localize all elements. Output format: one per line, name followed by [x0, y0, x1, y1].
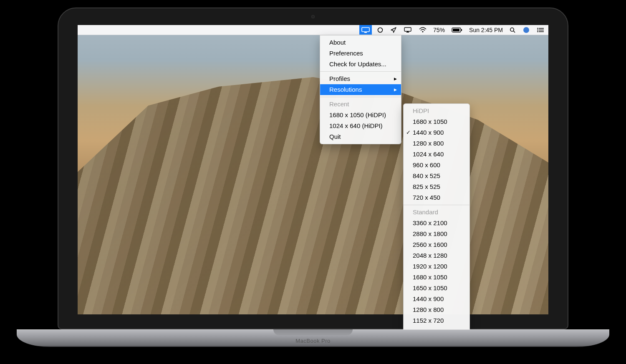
wifi-icon[interactable] [417, 25, 429, 35]
clock[interactable]: Sun 2:45 PM [468, 25, 504, 35]
desktop[interactable]: 75% Sun 2:45 PM About Preferences Check … [78, 25, 548, 314]
resolution-option[interactable]: 1280 x 800 [404, 304, 470, 315]
menu-separator [320, 97, 401, 97]
resolution-option[interactable]: 1920 x 1200 [404, 261, 470, 272]
resolution-option[interactable]: 1152 x 720 [404, 315, 470, 326]
laptop-frame: 75% Sun 2:45 PM About Preferences Check … [58, 8, 568, 329]
resolution-option[interactable]: 1280 x 800 [404, 138, 470, 149]
siri-icon[interactable] [521, 25, 532, 35]
resolution-option[interactable]: 2560 x 1600 [404, 239, 470, 250]
svg-point-15 [537, 28, 538, 29]
laptop-label: MacBook Pro [295, 338, 331, 344]
menu-preferences[interactable]: Preferences [320, 48, 401, 59]
svg-rect-7 [461, 29, 462, 31]
resolutions-submenu: HiDPI 1680 x 1050 1440 x 900 1280 x 800 … [403, 103, 470, 339]
svg-point-2 [378, 28, 383, 32]
submenu-hidpi-header: HiDPI [404, 105, 470, 116]
menu-recent-item[interactable]: 1680 x 1050 (HiDPI) [320, 110, 401, 120]
resolution-option[interactable]: 720 x 450 [404, 192, 470, 203]
svg-line-9 [514, 31, 515, 33]
svg-point-4 [422, 31, 423, 32]
menu-profiles[interactable]: Profiles [320, 73, 401, 84]
svg-rect-3 [404, 28, 411, 31]
menubar: 75% Sun 2:45 PM [78, 25, 548, 35]
resolution-option[interactable]: 840 x 525 [404, 171, 470, 181]
camera-icon [311, 15, 315, 18]
svg-point-17 [537, 31, 538, 32]
svg-point-8 [510, 28, 514, 31]
svg-point-10 [523, 27, 529, 33]
resolution-option[interactable]: 1650 x 1050 [404, 283, 470, 294]
battery-percent[interactable]: 75% [432, 25, 446, 35]
circle-status-icon[interactable] [375, 25, 385, 35]
spotlight-icon[interactable] [507, 25, 517, 35]
menu-resolutions[interactable]: Resolutions [320, 84, 401, 95]
airplay-icon[interactable] [402, 25, 414, 35]
svg-rect-6 [453, 29, 459, 31]
submenu-standard-header: Standard [404, 207, 470, 218]
menu-separator [404, 205, 470, 205]
resolution-option[interactable]: 1440 x 900 [404, 294, 470, 304]
resolution-option[interactable]: 3360 x 2100 [404, 218, 470, 228]
resolution-option[interactable]: 1680 x 1050 [404, 116, 470, 127]
resolution-option[interactable]: 825 x 525 [404, 181, 470, 192]
svg-point-16 [537, 29, 538, 30]
svg-rect-0 [362, 28, 369, 32]
resolution-option[interactable]: 1680 x 1050 [404, 272, 470, 283]
menu-quit[interactable]: Quit [320, 131, 401, 142]
menu-recent-item[interactable]: 1024 x 640 (HiDPI) [320, 120, 401, 131]
menu-check-updates[interactable]: Check for Updates... [320, 59, 401, 70]
menu-recent-header: Recent [320, 99, 401, 110]
resolution-option[interactable]: 2048 x 1280 [404, 250, 470, 261]
resolution-option[interactable]: 1024 x 640 [404, 149, 470, 160]
wallpaper-cliff [78, 77, 548, 314]
display-app-menu: About Preferences Check for Updates... P… [320, 35, 401, 144]
menu-separator [320, 71, 401, 72]
resolution-option[interactable]: 2880 x 1800 [404, 228, 470, 239]
resolution-option-selected[interactable]: 1440 x 900 [404, 127, 470, 138]
svg-rect-1 [364, 32, 367, 33]
display-menu-icon[interactable] [359, 25, 372, 35]
battery-icon[interactable] [449, 25, 464, 35]
resolution-option[interactable]: 960 x 600 [404, 160, 470, 171]
menu-about[interactable]: About [320, 37, 401, 48]
notification-center-icon[interactable] [535, 25, 546, 35]
laptop-notch [273, 329, 353, 335]
location-icon[interactable] [389, 25, 399, 35]
